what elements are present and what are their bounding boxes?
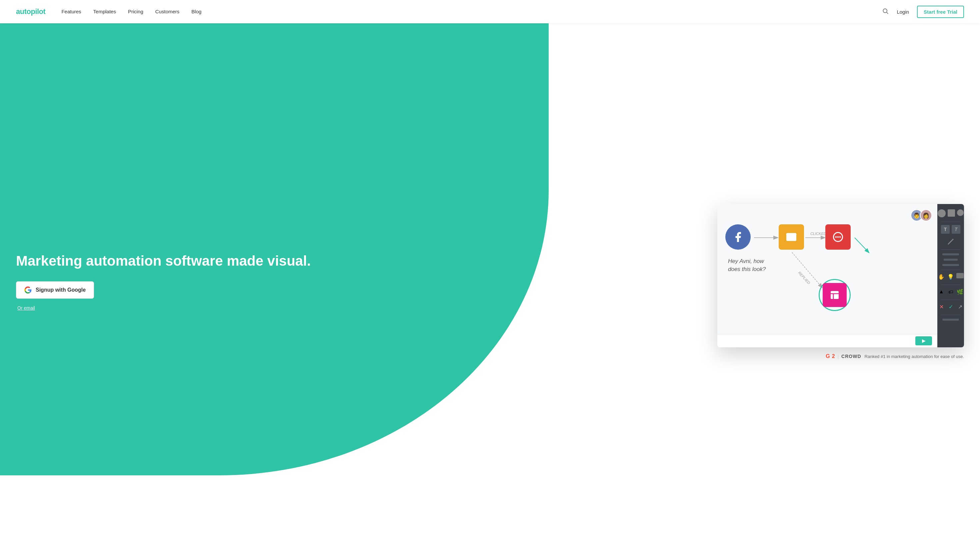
navbar: autopilot Features Templates Pricing Cus… (0, 0, 980, 23)
toolbar-sep-5 (941, 299, 961, 300)
nav-features[interactable]: Features (61, 9, 81, 14)
toolbar-check-icon[interactable]: ✓ (947, 303, 955, 310)
toolbar-hand-icon[interactable]: ✋ (938, 273, 945, 280)
toolbar-person-icon[interactable]: 🌿 (956, 288, 964, 295)
svg-line-9 (855, 238, 869, 252)
g2-crowd-section: G 2 | CROWD Ranked #1 in marketing autom… (826, 353, 964, 359)
svg-line-1 (887, 12, 888, 14)
toolbar-triangle-icon[interactable]: ▲ (938, 288, 945, 295)
canvas-action-button[interactable]: ▶ (915, 336, 932, 345)
nav-blog[interactable]: Blog (191, 9, 201, 14)
toolbar-italic-T[interactable]: T (952, 225, 960, 234)
toolbar-sep-4 (941, 285, 961, 285)
g2-badge: G 2 | CROWD (826, 353, 861, 359)
nav-templates[interactable]: Templates (93, 9, 116, 14)
hero-left: Marketing automation software made visua… (16, 239, 376, 324)
svg-text:CLICKED: CLICKED (810, 232, 826, 236)
toolbar-row-1 (938, 209, 964, 217)
toolbar-sep-1 (941, 221, 961, 222)
hero-section: Marketing automation software made visua… (0, 0, 980, 540)
svg-point-13 (839, 236, 841, 238)
toolbar-small-circle-icon[interactable] (957, 209, 964, 216)
toolbar-tag-icon[interactable]: 🏷 (947, 288, 955, 295)
hero-right: 👨 👩 (396, 204, 964, 359)
toolbar-text-line-3 (942, 264, 959, 266)
nav-right: Login Start free Trial (882, 6, 964, 18)
canvas-bottom-bar: ▶ (718, 334, 937, 347)
g2-ranked-text: Ranked #1 in marketing automation for ea… (865, 354, 964, 359)
google-icon (24, 286, 32, 294)
email-node (779, 224, 804, 250)
pink-circle-node (819, 279, 851, 311)
pink-action-node (822, 283, 847, 307)
toolbar-text-line-1 (942, 253, 959, 255)
toolbar-chevron-icon[interactable]: ↗ (956, 303, 964, 310)
svg-point-12 (837, 236, 839, 238)
red-action-node (825, 224, 851, 250)
or-email-link[interactable]: Or email (18, 305, 376, 311)
automation-screenshot: 👨 👩 (718, 204, 964, 347)
toolbar-bottom-line (942, 319, 959, 321)
toolbar-row-5: ✕ ✓ ↗ (938, 303, 964, 310)
toolbar-text-T[interactable]: T (941, 225, 950, 234)
svg-rect-14 (830, 291, 838, 299)
toolbar-row-3: ✋ 💡 (938, 273, 964, 280)
svg-line-17 (948, 239, 953, 244)
nav-pricing[interactable]: Pricing (128, 9, 143, 14)
toolbar-circle-icon[interactable] (938, 209, 946, 217)
hero-headline: Marketing automation software made visua… (16, 253, 376, 269)
toolbar-row-2: T T (941, 225, 960, 234)
nav-customers[interactable]: Customers (155, 9, 180, 14)
toolbar: T T ✋ 💡 (937, 204, 964, 347)
login-link[interactable]: Login (897, 9, 909, 15)
toolbar-sep-2 (941, 249, 961, 250)
avatar-female: 👩 (920, 209, 932, 221)
toolbar-cross-icon[interactable]: ✕ (938, 303, 945, 310)
trial-button[interactable]: Start free Trial (917, 6, 964, 18)
toolbar-text-line-2 (943, 259, 958, 261)
toolbar-rect-icon[interactable] (956, 273, 964, 278)
google-btn-label: Signup with Google (36, 287, 86, 293)
search-icon[interactable] (882, 8, 889, 16)
svg-point-0 (883, 9, 887, 13)
toolbar-square-icon[interactable] (948, 209, 955, 217)
svg-line-7 (792, 252, 822, 287)
nav-links: Features Templates Pricing Customers Blo… (61, 9, 882, 15)
toolbar-line-icon[interactable] (946, 237, 955, 246)
svg-point-11 (835, 236, 837, 238)
toolbar-sep-6 (941, 315, 961, 315)
hero-content: Marketing automation software made visua… (0, 204, 980, 359)
google-signup-button[interactable]: Signup with Google (16, 281, 94, 299)
svg-text:REPLIED: REPLIED (797, 271, 811, 285)
logo[interactable]: autopilot (16, 7, 45, 16)
toolbar-row-4: ▲ 🏷 🌿 (938, 288, 964, 295)
screenshot-canvas: 👨 👩 (718, 204, 937, 347)
crowd-label: CROWD (842, 354, 861, 359)
speech-text: Hey Avni, how does this look? (728, 257, 775, 273)
g2-number: 2 (832, 353, 835, 359)
g2-logo: G (826, 353, 830, 359)
toolbar-bulb-icon[interactable]: 💡 (947, 273, 955, 280)
facebook-node (725, 224, 751, 250)
user-avatars: 👨 👩 (911, 209, 932, 221)
toolbar-sep-3 (941, 270, 961, 270)
